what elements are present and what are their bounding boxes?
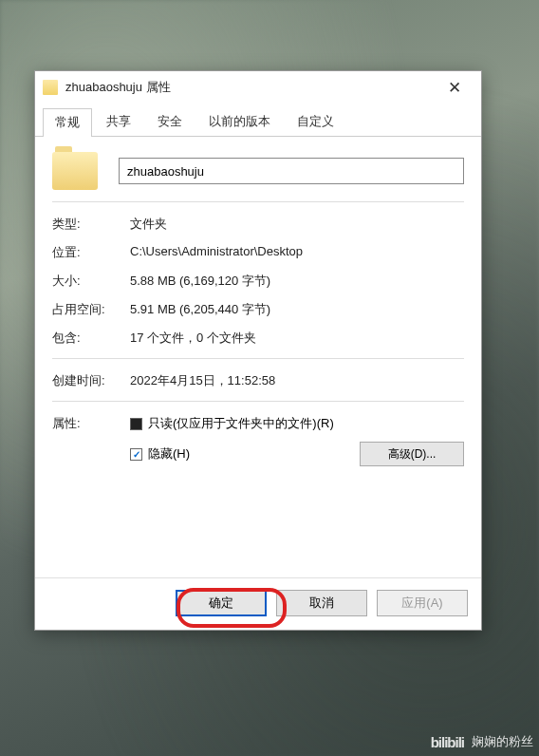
tab-strip: 常规 共享 安全 以前的版本 自定义 — [35, 104, 481, 137]
watermark-text: 娴娴的粉丝 — [472, 733, 533, 750]
type-label: 类型: — [52, 216, 130, 233]
folder-icon — [43, 80, 58, 95]
contains-label: 包含: — [52, 330, 130, 347]
tab-customize[interactable]: 自定义 — [285, 107, 346, 136]
sizeondisk-label: 占用空间: — [52, 301, 130, 318]
type-value: 文件夹 — [130, 216, 464, 233]
separator — [52, 201, 464, 202]
contains-value: 17 个文件，0 个文件夹 — [130, 330, 464, 347]
tab-general[interactable]: 常规 — [43, 108, 92, 137]
size-value: 5.88 MB (6,169,120 字节) — [130, 273, 464, 290]
cancel-button[interactable]: 取消 — [276, 590, 367, 616]
close-icon[interactable]: ✕ — [436, 73, 474, 102]
location-label: 位置: — [52, 244, 130, 261]
folder-name-input[interactable] — [119, 158, 464, 184]
hidden-checkbox[interactable] — [130, 448, 142, 461]
ok-button[interactable]: 确定 — [176, 590, 267, 616]
apply-button[interactable]: 应用(A) — [377, 590, 468, 616]
readonly-label: 只读(仅应用于文件夹中的文件)(R) — [148, 415, 334, 432]
tab-sharing[interactable]: 共享 — [94, 107, 143, 136]
general-panel: 类型:文件夹 位置:C:\Users\Administrator\Desktop… — [35, 137, 481, 577]
tab-security[interactable]: 安全 — [145, 107, 195, 136]
size-label: 大小: — [52, 273, 130, 290]
bilibili-logo: bilibili — [431, 734, 464, 750]
dialog-buttons: 确定 取消 应用(A) — [35, 577, 481, 630]
location-value: C:\Users\Administrator\Desktop — [130, 244, 464, 261]
advanced-button[interactable]: 高级(D)... — [360, 442, 464, 466]
sizeondisk-value: 5.91 MB (6,205,440 字节) — [130, 301, 464, 318]
separator — [52, 401, 464, 402]
attributes-label: 属性: — [52, 415, 130, 476]
created-value: 2022年4月15日，11:52:58 — [130, 372, 464, 389]
readonly-checkbox[interactable] — [130, 418, 142, 430]
folder-large-icon[interactable] — [52, 152, 98, 190]
tab-previous-versions[interactable]: 以前的版本 — [196, 107, 283, 136]
created-label: 创建时间: — [52, 372, 130, 389]
properties-dialog: zhuabaoshuju 属性 ✕ 常规 共享 安全 以前的版本 自定义 类型:… — [34, 70, 482, 631]
hidden-label: 隐藏(H) — [148, 445, 190, 463]
separator — [52, 358, 464, 359]
titlebar[interactable]: zhuabaoshuju 属性 ✕ — [35, 71, 481, 104]
watermark: bilibili 娴娴的粉丝 — [431, 733, 533, 750]
window-title: zhuabaoshuju 属性 — [65, 79, 436, 96]
